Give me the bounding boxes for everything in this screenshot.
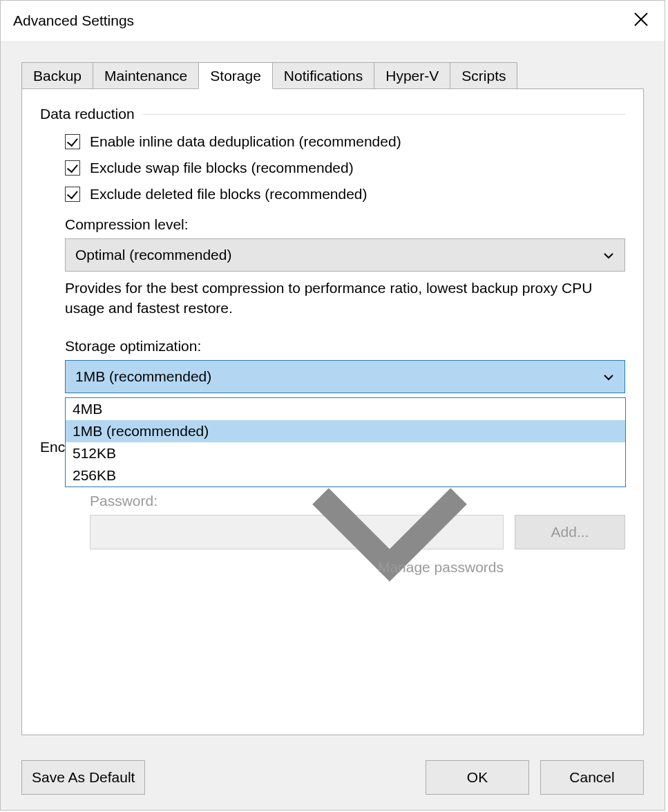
tab-backup[interactable]: Backup (21, 62, 93, 89)
cancel-button[interactable]: Cancel (540, 760, 644, 795)
chevron-down-icon (602, 370, 615, 383)
storage-opt-option-256kb[interactable]: 256KB (66, 464, 625, 487)
tabs: Backup Maintenance Storage Notifications… (21, 62, 644, 88)
dialog-body: Backup Maintenance Storage Notifications… (1, 41, 665, 810)
swap-row: Exclude swap file blocks (recommended) (65, 160, 625, 176)
deleted-checkbox[interactable] (65, 187, 80, 202)
ok-button[interactable]: OK (426, 760, 529, 795)
tab-storage[interactable]: Storage (198, 62, 273, 89)
chevron-down-icon (602, 249, 615, 261)
swap-label: Exclude swap file blocks (recommended) (90, 160, 354, 176)
data-reduction-content: Enable inline data deduplication (recomm… (40, 133, 625, 393)
data-reduction-header: Data reduction (40, 106, 625, 122)
password-combo (90, 515, 504, 549)
storage-opt-option-1mb[interactable]: 1MB (recommended) (66, 420, 625, 442)
tab-scripts[interactable]: Scripts (450, 62, 517, 89)
compression-value: Optimal (recommended) (75, 247, 231, 263)
tab-notifications[interactable]: Notifications (272, 62, 374, 89)
swap-checkbox[interactable] (65, 160, 80, 176)
dialog-title: Advanced Settings (13, 12, 134, 29)
storage-opt-label: Storage optimization: (65, 338, 625, 355)
dedup-checkbox[interactable] (65, 134, 80, 149)
advanced-settings-dialog: Advanced Settings Backup Maintenance Sto… (0, 0, 665, 811)
storage-opt-option-512kb[interactable]: 512KB (66, 442, 625, 464)
storage-opt-combo[interactable]: 1MB (recommended) (65, 360, 625, 393)
dedup-label: Enable inline data deduplication (recomm… (90, 133, 401, 150)
storage-opt-option-4mb[interactable]: 4MB (66, 398, 625, 420)
compression-label: Compression level: (65, 216, 625, 233)
dedup-row: Enable inline data deduplication (recomm… (65, 133, 625, 150)
storage-opt-value: 1MB (recommended) (75, 368, 211, 385)
close-button[interactable] (627, 7, 655, 35)
compression-combo[interactable]: Optimal (recommended) (65, 238, 625, 272)
data-reduction-label: Data reduction (40, 106, 143, 122)
deleted-row: Exclude deleted file blocks (recommended… (65, 186, 625, 202)
storage-panel: Data reduction Enable inline data dedupl… (21, 88, 644, 735)
divider (143, 114, 625, 115)
dialog-footer: Save As Default OK Cancel (1, 748, 665, 810)
tab-maintenance[interactable]: Maintenance (93, 62, 199, 89)
add-password-button: Add... (515, 515, 625, 549)
storage-opt-dropdown: 4MB 1MB (recommended) 512KB 256KB (65, 397, 626, 487)
title-bar: Advanced Settings (1, 1, 665, 41)
tab-hyperv[interactable]: Hyper-V (374, 62, 450, 89)
compression-help: Provides for the best compression to per… (65, 278, 625, 319)
deleted-label: Exclude deleted file blocks (recommended… (90, 186, 368, 202)
save-as-default-button[interactable]: Save As Default (21, 760, 145, 795)
close-icon (633, 12, 649, 30)
